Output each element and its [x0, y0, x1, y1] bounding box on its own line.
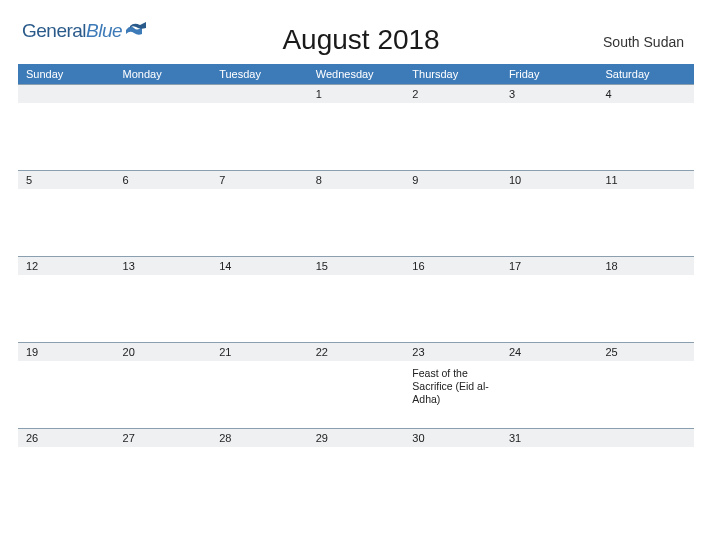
day-cell [597, 447, 694, 514]
day-header: Thursday [404, 64, 501, 84]
week-body [18, 103, 694, 170]
day-cell [115, 189, 212, 256]
day-cell [211, 189, 308, 256]
day-cell [18, 447, 115, 514]
day-number: 13 [115, 257, 212, 275]
day-header: Sunday [18, 64, 115, 84]
day-cell [308, 447, 405, 514]
day-number: 17 [501, 257, 598, 275]
day-number: 19 [18, 343, 115, 361]
day-cell [115, 103, 212, 170]
brand-logo: GeneralBlue [22, 20, 148, 42]
day-number: 2 [404, 85, 501, 103]
day-number: 21 [211, 343, 308, 361]
day-number: 25 [597, 343, 694, 361]
day-number: 15 [308, 257, 405, 275]
day-number: 7 [211, 171, 308, 189]
day-number: 22 [308, 343, 405, 361]
day-number: 9 [404, 171, 501, 189]
page-title: August 2018 [148, 24, 574, 56]
day-cell [501, 189, 598, 256]
week-body [18, 189, 694, 256]
day-header-row: Sunday Monday Tuesday Wednesday Thursday… [18, 64, 694, 84]
day-number: 26 [18, 429, 115, 447]
date-strip: 19202122232425 [18, 342, 694, 361]
day-number [597, 429, 694, 447]
day-number: 29 [308, 429, 405, 447]
day-cell [18, 189, 115, 256]
brand-wave-icon [126, 22, 148, 42]
day-header: Tuesday [211, 64, 308, 84]
header: GeneralBlue August 2018 South Sudan [0, 0, 712, 64]
day-cell [597, 275, 694, 342]
date-strip: 567891011 [18, 170, 694, 189]
day-number: 6 [115, 171, 212, 189]
day-cell [308, 275, 405, 342]
day-cell [597, 189, 694, 256]
day-cell [115, 361, 212, 428]
day-number: 12 [18, 257, 115, 275]
day-header: Friday [501, 64, 598, 84]
brand-word-2: Blue [86, 20, 122, 41]
day-header: Wednesday [308, 64, 405, 84]
day-number: 23 [404, 343, 501, 361]
region-label: South Sudan [574, 34, 684, 50]
week-row: 262728293031 [18, 428, 694, 514]
day-cell: Feast of the Sacrifice (Eid al-Adha) [404, 361, 501, 428]
date-strip: 262728293031 [18, 428, 694, 447]
day-cell [597, 103, 694, 170]
day-cell [18, 103, 115, 170]
week-row: 12131415161718 [18, 256, 694, 342]
day-number: 10 [501, 171, 598, 189]
day-cell [404, 275, 501, 342]
day-number [115, 85, 212, 103]
week-row: 567891011 [18, 170, 694, 256]
day-number: 16 [404, 257, 501, 275]
date-strip: 12131415161718 [18, 256, 694, 275]
day-cell [211, 361, 308, 428]
day-cell [404, 189, 501, 256]
day-cell [308, 189, 405, 256]
day-number: 20 [115, 343, 212, 361]
day-cell [211, 275, 308, 342]
day-number: 18 [597, 257, 694, 275]
day-cell [18, 275, 115, 342]
day-number: 28 [211, 429, 308, 447]
week-body [18, 275, 694, 342]
week-row: 1234 [18, 84, 694, 170]
day-header: Saturday [597, 64, 694, 84]
date-strip: 1234 [18, 84, 694, 103]
day-cell [597, 361, 694, 428]
day-cell [211, 103, 308, 170]
day-number: 27 [115, 429, 212, 447]
day-number: 3 [501, 85, 598, 103]
day-cell [308, 361, 405, 428]
week-body: Feast of the Sacrifice (Eid al-Adha) [18, 361, 694, 428]
day-cell [115, 275, 212, 342]
day-number: 24 [501, 343, 598, 361]
day-cell [404, 447, 501, 514]
day-cell [501, 361, 598, 428]
event-label: Feast of the Sacrifice (Eid al-Adha) [410, 365, 495, 406]
day-cell [501, 447, 598, 514]
day-cell [211, 447, 308, 514]
day-number: 5 [18, 171, 115, 189]
day-number [18, 85, 115, 103]
day-cell [115, 447, 212, 514]
day-number: 11 [597, 171, 694, 189]
day-header: Monday [115, 64, 212, 84]
day-number: 31 [501, 429, 598, 447]
day-cell [501, 103, 598, 170]
day-cell [404, 103, 501, 170]
day-cell [18, 361, 115, 428]
day-number: 14 [211, 257, 308, 275]
day-cell [308, 103, 405, 170]
day-number: 1 [308, 85, 405, 103]
brand-word-1: General [22, 20, 86, 41]
day-number: 4 [597, 85, 694, 103]
day-number [211, 85, 308, 103]
day-number: 8 [308, 171, 405, 189]
week-row: 19202122232425Feast of the Sacrifice (Ei… [18, 342, 694, 428]
day-number: 30 [404, 429, 501, 447]
week-body [18, 447, 694, 514]
